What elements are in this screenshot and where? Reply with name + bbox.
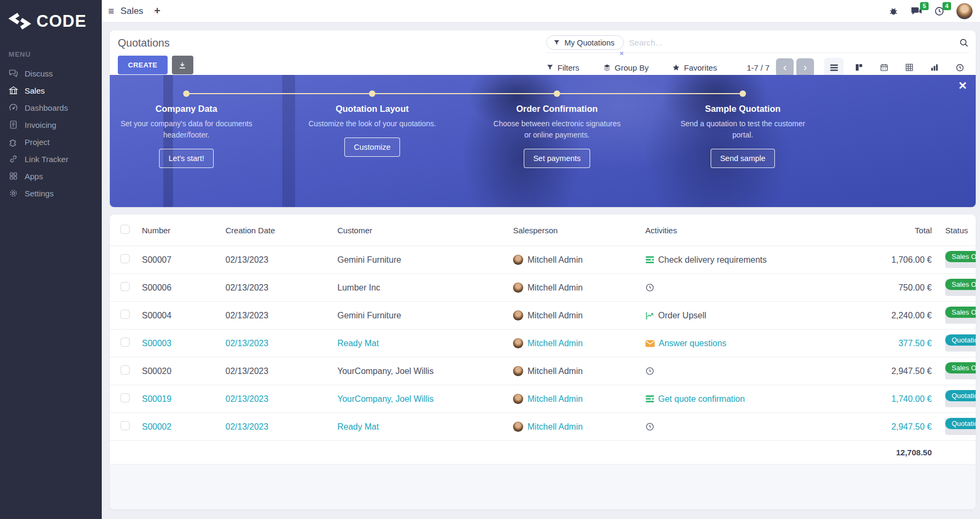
- table-row[interactable]: S00020 02/13/2023 YourCompany, Joel Will…: [110, 357, 976, 385]
- debug-bug-icon[interactable]: [888, 6, 899, 16]
- activity-cell[interactable]: Check delivery requirements: [645, 255, 849, 265]
- sidebar-item-invoicing[interactable]: Invoicing: [0, 116, 102, 133]
- search-input[interactable]: [629, 38, 959, 48]
- column-header-number[interactable]: Number: [142, 226, 225, 235]
- table-header-row: Number Creation Date Customer Salesperso…: [110, 215, 976, 246]
- status-stage[interactable]: Sales Order: [945, 307, 976, 324]
- salesperson-name: Mitchell Admin: [527, 422, 583, 432]
- status-stage[interactable]: Quotation: [945, 335, 976, 352]
- column-header-activities[interactable]: Activities: [645, 226, 849, 235]
- sidebar-item-label: Sales: [25, 86, 45, 95]
- column-header-status[interactable]: Status: [932, 226, 976, 235]
- column-header-customer[interactable]: Customer: [337, 226, 513, 235]
- facet-remove-icon[interactable]: ×: [620, 50, 624, 57]
- user-avatar[interactable]: [956, 3, 973, 19]
- create-button[interactable]: CREATE: [118, 56, 168, 74]
- customer-name: Gemini Furniture: [337, 311, 513, 320]
- table-row[interactable]: S00003 02/13/2023 Ready Mat Mitchell Adm…: [110, 330, 976, 357]
- activities-clock-icon[interactable]: 4: [934, 6, 945, 17]
- pager-previous-button[interactable]: ‹: [776, 58, 794, 77]
- activity-cell[interactable]: [645, 367, 849, 376]
- row-checkbox[interactable]: [120, 282, 130, 291]
- sidebar-item-project[interactable]: Project: [0, 133, 102, 150]
- select-all-checkbox[interactable]: [120, 225, 130, 234]
- table-row[interactable]: S00006 02/13/2023 Lumber Inc Mitchell Ad…: [110, 274, 976, 302]
- row-checkbox[interactable]: [120, 254, 130, 263]
- app-title-tab[interactable]: Sales: [120, 6, 144, 17]
- activity-cell[interactable]: Answer questions: [645, 339, 849, 348]
- status-stage[interactable]: Quotation: [945, 391, 976, 407]
- status-stage[interactable]: Sales Order: [945, 363, 976, 379]
- row-checkbox[interactable]: [120, 310, 130, 319]
- pivot-view-button[interactable]: [900, 58, 919, 77]
- creation-date: 02/13/2023: [225, 255, 337, 265]
- messages-icon[interactable]: 5: [910, 6, 922, 17]
- activity-cell[interactable]: [645, 422, 849, 431]
- activity-view-button[interactable]: [950, 58, 969, 77]
- activity-cell[interactable]: Get quote confirmation: [645, 394, 849, 404]
- app-logo[interactable]: CODE: [0, 0, 102, 45]
- table-row[interactable]: S00004 02/13/2023 Gemini Furniture Mitch…: [110, 302, 976, 330]
- table-row[interactable]: S00007 02/13/2023 Gemini Furniture Mitch…: [110, 246, 976, 274]
- pager-range: 1-7 / 7: [747, 63, 770, 72]
- sidebar-item-settings[interactable]: Settings: [0, 185, 102, 202]
- sidebar-item-apps[interactable]: Apps: [0, 167, 102, 185]
- calendar-view-button[interactable]: [875, 58, 894, 77]
- total-amount: 377.50 €: [849, 339, 932, 348]
- mail-icon: [645, 340, 655, 347]
- row-checkbox[interactable]: [120, 421, 130, 430]
- set-payments-button[interactable]: Set payments: [524, 149, 591, 168]
- row-checkbox[interactable]: [120, 338, 130, 347]
- filters-button[interactable]: Filters: [546, 63, 579, 72]
- pager-next-button[interactable]: ›: [796, 58, 814, 77]
- graph-view-button[interactable]: [925, 58, 944, 77]
- list-view-button[interactable]: [824, 58, 843, 77]
- lets-start-button[interactable]: Let's start!: [159, 149, 214, 168]
- quotation-number: S00020: [142, 367, 225, 376]
- banner-close-icon[interactable]: ✕: [958, 79, 967, 92]
- status-stage[interactable]: Quotation: [945, 418, 976, 435]
- column-header-salesperson[interactable]: Salesperson: [513, 226, 645, 235]
- activity-cell[interactable]: [645, 283, 849, 292]
- activity-cell[interactable]: Order Upsell: [645, 311, 849, 320]
- customize-button[interactable]: Customize: [344, 138, 401, 157]
- customer-name: YourCompany, Joel Willis: [337, 394, 513, 404]
- kanban-view-button[interactable]: [849, 58, 869, 77]
- tasks-icon: [645, 256, 654, 264]
- status-badge: Quotation: [945, 418, 976, 429]
- table-row[interactable]: S00019 02/13/2023 YourCompany, Joel Will…: [110, 385, 976, 413]
- salesperson-avatar: [513, 422, 523, 432]
- footer-total: 12,708.50: [849, 448, 932, 457]
- sidebar-item-discuss[interactable]: Discuss: [0, 65, 102, 82]
- activity-label: Get quote confirmation: [658, 394, 745, 404]
- activity-label: Check delivery requirements: [658, 255, 767, 265]
- column-header-creation-date[interactable]: Creation Date: [225, 226, 337, 235]
- activity-clock-icon: [955, 63, 964, 72]
- row-checkbox[interactable]: [120, 393, 130, 402]
- sidebar-item-dashboards[interactable]: Dashboards: [0, 99, 102, 116]
- sidebar-item-sales[interactable]: Sales: [0, 82, 102, 99]
- favorites-label: Favorites: [684, 63, 717, 72]
- new-tab-button[interactable]: +: [154, 5, 161, 17]
- table-row[interactable]: S00002 02/13/2023 Ready Mat Mitchell Adm…: [110, 413, 976, 441]
- menu-toggle-icon[interactable]: ≡: [108, 6, 114, 16]
- export-button[interactable]: [172, 56, 193, 74]
- salesperson-name: Mitchell Admin: [527, 367, 583, 376]
- search-icon[interactable]: [959, 37, 969, 48]
- sidebar-item-link-tracker[interactable]: Link Tracker: [0, 150, 102, 167]
- grid-icon: [9, 171, 18, 181]
- creation-date: 02/13/2023: [225, 283, 337, 293]
- page-title: Quotations: [118, 37, 193, 49]
- status-stage[interactable]: Sales Order: [945, 279, 976, 296]
- group-by-button[interactable]: Group By: [603, 63, 649, 72]
- step-title: Company Data: [110, 104, 267, 114]
- search-bar[interactable]: My Quotations ×: [546, 34, 969, 53]
- status-stage[interactable]: Sales Order: [945, 251, 976, 268]
- search-facet[interactable]: My Quotations: [546, 35, 624, 50]
- send-sample-button[interactable]: Send sample: [711, 149, 775, 168]
- sidebar-item-label: Project: [25, 138, 50, 147]
- sidebar-item-label: Discuss: [25, 69, 53, 78]
- column-header-total[interactable]: Total: [849, 226, 932, 235]
- favorites-button[interactable]: Favorites: [672, 63, 717, 72]
- row-checkbox[interactable]: [120, 365, 130, 375]
